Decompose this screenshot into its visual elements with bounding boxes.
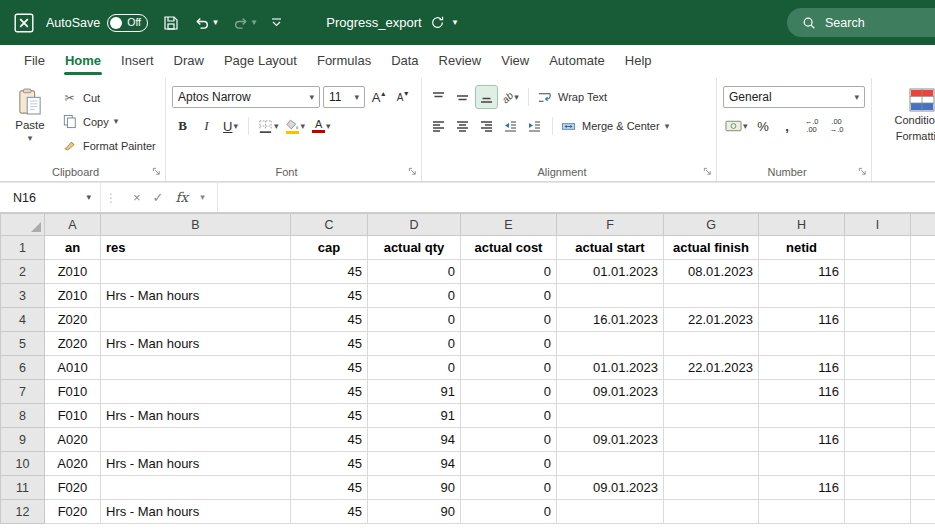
format-painter-button[interactable]: Format Painter <box>61 135 156 156</box>
cell-A7[interactable]: F010 <box>45 380 101 404</box>
row-header-9[interactable]: 9 <box>1 428 45 452</box>
cell-A5[interactable]: Z020 <box>45 332 101 356</box>
cell-A4[interactable]: Z020 <box>45 308 101 332</box>
cell-I6[interactable] <box>845 356 911 380</box>
increase-decimal-button[interactable]: ←.0 .00 <box>801 115 823 137</box>
select-all-button[interactable] <box>1 214 45 236</box>
tab-insert[interactable]: Insert <box>111 45 164 78</box>
tab-draw[interactable]: Draw <box>164 45 214 78</box>
paste-button[interactable]: Paste ▾ <box>6 86 54 156</box>
cell-H1[interactable]: netid <box>759 236 845 260</box>
decrease-decimal-button[interactable]: .00 →.0 <box>826 115 848 137</box>
cell-D12[interactable]: 90 <box>368 500 461 524</box>
column-header-h[interactable]: H <box>759 214 845 236</box>
cell-H11[interactable]: 116 <box>759 476 845 500</box>
cell-overflow-2[interactable] <box>911 260 935 284</box>
tab-file[interactable]: File <box>14 45 55 78</box>
search-box[interactable]: Search <box>787 8 935 37</box>
cell-D4[interactable]: 0 <box>368 308 461 332</box>
cell-F6[interactable]: 01.01.2023 <box>557 356 664 380</box>
tab-review[interactable]: Review <box>429 45 492 78</box>
undo-button[interactable]: ▾ <box>194 15 218 31</box>
cell-F8[interactable] <box>557 404 664 428</box>
cell-C4[interactable]: 45 <box>291 308 368 332</box>
align-right-button[interactable] <box>476 115 497 137</box>
tab-formulas[interactable]: Formulas <box>307 45 381 78</box>
cell-D6[interactable]: 0 <box>368 356 461 380</box>
row-header-1[interactable]: 1 <box>1 236 45 260</box>
cell-G5[interactable] <box>664 332 759 356</box>
cell-D11[interactable]: 90 <box>368 476 461 500</box>
font-dialog-launcher[interactable] <box>408 167 417 176</box>
cell-H7[interactable]: 116 <box>759 380 845 404</box>
cell-D2[interactable]: 0 <box>368 260 461 284</box>
increase-font-size-button[interactable]: A▴ <box>368 86 389 108</box>
middle-align-button[interactable] <box>452 86 473 108</box>
row-header-8[interactable]: 8 <box>1 404 45 428</box>
orientation-button[interactable]: ab ▾ <box>500 86 521 108</box>
autosave-toggle[interactable]: Off <box>107 14 148 32</box>
cell-C5[interactable]: 45 <box>291 332 368 356</box>
cell-H9[interactable]: 116 <box>759 428 845 452</box>
cell-F4[interactable]: 16.01.2023 <box>557 308 664 332</box>
row-header-3[interactable]: 3 <box>1 284 45 308</box>
cell-G12[interactable] <box>664 500 759 524</box>
cell-F3[interactable] <box>557 284 664 308</box>
cell-I12[interactable] <box>845 500 911 524</box>
cell-G3[interactable] <box>664 284 759 308</box>
redo-button[interactable]: ▾ <box>233 15 257 31</box>
accounting-format-button[interactable]: ▾ <box>723 115 750 137</box>
cell-overflow-3[interactable] <box>911 284 935 308</box>
cell-G10[interactable] <box>664 452 759 476</box>
cell-E1[interactable]: actual cost <box>461 236 557 260</box>
cell-F9[interactable]: 09.01.2023 <box>557 428 664 452</box>
cancel-button[interactable]: × <box>133 191 141 204</box>
row-header-2[interactable]: 2 <box>1 260 45 284</box>
cell-H12[interactable] <box>759 500 845 524</box>
excel-app-icon[interactable] <box>14 13 34 33</box>
cell-C8[interactable]: 45 <box>291 404 368 428</box>
cell-D5[interactable]: 0 <box>368 332 461 356</box>
align-center-button[interactable] <box>452 115 473 137</box>
cell-G9[interactable] <box>664 428 759 452</box>
column-header-overflow[interactable] <box>911 214 935 236</box>
cell-H3[interactable] <box>759 284 845 308</box>
column-header-b[interactable]: B <box>101 214 291 236</box>
cell-B12[interactable]: Hrs - Man hours <box>101 500 291 524</box>
cell-E3[interactable]: 0 <box>461 284 557 308</box>
tab-data[interactable]: Data <box>381 45 428 78</box>
cell-overflow-10[interactable] <box>911 452 935 476</box>
cell-F2[interactable]: 01.01.2023 <box>557 260 664 284</box>
cell-C10[interactable]: 45 <box>291 452 368 476</box>
cell-H4[interactable]: 116 <box>759 308 845 332</box>
cell-C3[interactable]: 45 <box>291 284 368 308</box>
cell-overflow-12[interactable] <box>911 500 935 524</box>
cell-overflow-9[interactable] <box>911 428 935 452</box>
cell-B4[interactable] <box>101 308 291 332</box>
row-header-12[interactable]: 12 <box>1 500 45 524</box>
cell-A9[interactable]: A020 <box>45 428 101 452</box>
name-box[interactable]: N16 ▾ <box>0 183 100 212</box>
cell-C12[interactable]: 45 <box>291 500 368 524</box>
cell-I1[interactable] <box>845 236 911 260</box>
column-header-f[interactable]: F <box>557 214 664 236</box>
row-header-6[interactable]: 6 <box>1 356 45 380</box>
bold-button[interactable]: B <box>172 115 193 137</box>
row-header-10[interactable]: 10 <box>1 452 45 476</box>
tab-page-layout[interactable]: Page Layout <box>214 45 307 78</box>
cell-E7[interactable]: 0 <box>461 380 557 404</box>
cell-G6[interactable]: 22.01.2023 <box>664 356 759 380</box>
alignment-dialog-launcher[interactable] <box>703 167 712 176</box>
cell-I5[interactable] <box>845 332 911 356</box>
tab-help[interactable]: Help <box>615 45 662 78</box>
cell-G1[interactable]: actual finish <box>664 236 759 260</box>
cell-F12[interactable] <box>557 500 664 524</box>
cell-overflow-11[interactable] <box>911 476 935 500</box>
cell-E12[interactable]: 0 <box>461 500 557 524</box>
cell-E2[interactable]: 0 <box>461 260 557 284</box>
number-dialog-launcher[interactable] <box>858 167 867 176</box>
cell-overflow-6[interactable] <box>911 356 935 380</box>
cell-E4[interactable]: 0 <box>461 308 557 332</box>
cell-B2[interactable] <box>101 260 291 284</box>
increase-indent-button[interactable] <box>524 115 545 137</box>
